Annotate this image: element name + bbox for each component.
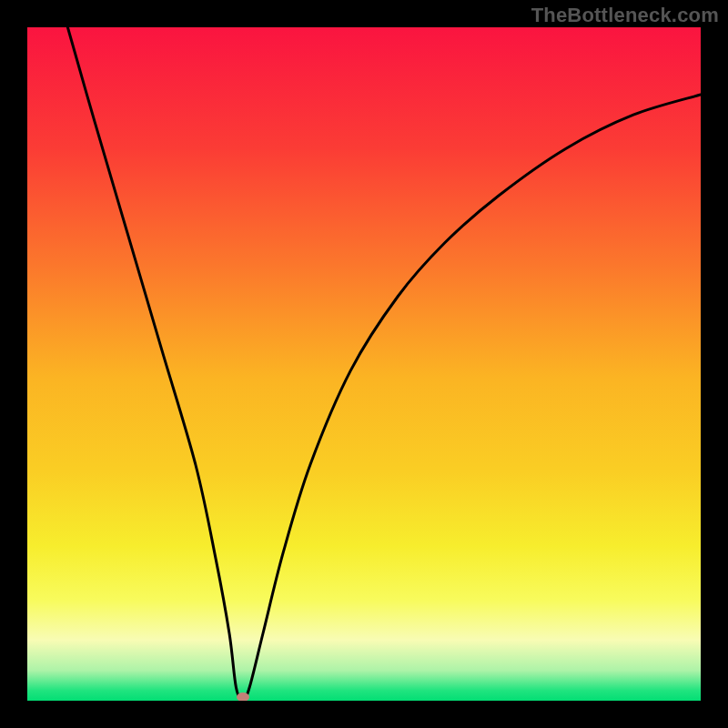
curve-layer [27,27,701,701]
bottleneck-curve [67,27,701,701]
watermark-text: TheBottleneck.com [531,4,719,27]
chart-frame: TheBottleneck.com [0,0,728,728]
plot-area [27,27,701,701]
minimum-marker [237,693,249,701]
